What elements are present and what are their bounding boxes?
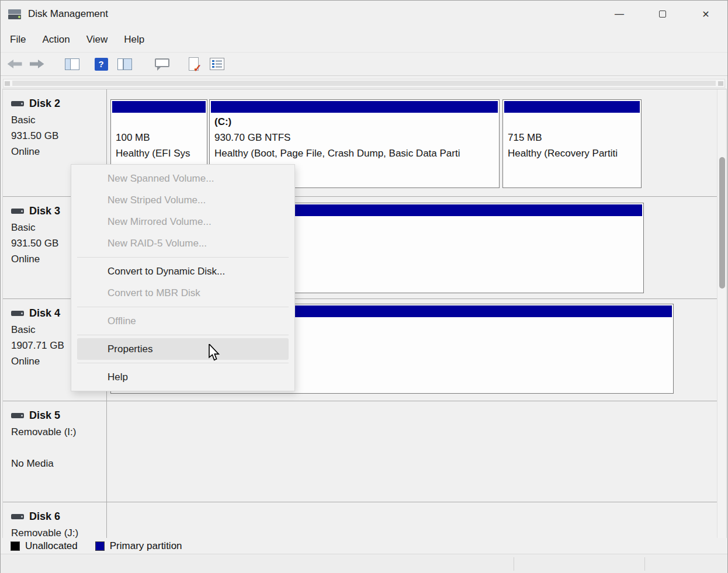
disk6-header[interactable]: Disk 6 Removable (J:) (3, 502, 107, 538)
properties-tool-button[interactable] (206, 54, 227, 74)
context-menu-separator (77, 335, 289, 335)
minimize-icon: — (615, 9, 624, 19)
legend-item-primary-partition: Primary partition (95, 540, 182, 552)
back-button[interactable] (4, 54, 25, 74)
scroll-right-arrow-icon[interactable] (718, 81, 723, 86)
disk-size: 931.50 GB (11, 128, 106, 144)
drive-icon (11, 514, 24, 519)
disk-row-disk5: Disk 5 Removable (I:) No Media (3, 401, 718, 502)
vertical-scroll-thumb[interactable] (719, 157, 725, 289)
context-menu-separator (77, 307, 289, 307)
disk-management-app-icon (8, 8, 22, 20)
close-button[interactable]: ✕ (684, 1, 727, 27)
context-menu-separator (77, 257, 289, 258)
disk-type: Basic (11, 112, 106, 128)
menu-bar: File Action View Help (1, 27, 727, 52)
partition-size: 100 MB (116, 130, 202, 145)
drive-icon (11, 413, 24, 418)
console-tree-icon (65, 58, 79, 70)
horizontal-scroll-thumb[interactable] (12, 81, 716, 86)
disk-name: Disk 2 (29, 98, 60, 110)
disk-row-disk6: Disk 6 Removable (J:) (3, 502, 718, 538)
disk-management-window: Disk Management — ✕ File Action View Hel… (0, 0, 728, 573)
context-menu-item-help[interactable]: Help (71, 366, 294, 388)
show-action-pane-button[interactable] (114, 54, 135, 74)
menu-view[interactable]: View (78, 27, 116, 52)
title-bar: Disk Management — ✕ (1, 1, 727, 27)
maximize-icon (659, 11, 666, 18)
window-title: Disk Management (28, 8, 108, 20)
partition-size: 715 MB (508, 130, 636, 145)
disk-context-menu: New Spanned Volume... New Striped Volume… (71, 164, 295, 391)
back-arrow-icon (8, 60, 22, 68)
menu-file[interactable]: File (2, 27, 34, 52)
drive-icon (11, 311, 24, 316)
disk-type: Removable (J:) (11, 525, 106, 538)
toolbar: ? ✓ (1, 52, 727, 76)
window-controls: — ✕ (598, 1, 727, 27)
properties-list-icon (210, 58, 224, 70)
partition-color-band (211, 101, 498, 113)
disk5-header[interactable]: Disk 5 Removable (I:) No Media (3, 401, 107, 502)
context-menu-separator (77, 363, 289, 363)
menu-action[interactable]: Action (34, 27, 78, 52)
horizontal-scrollbar[interactable] (3, 79, 725, 88)
document-check-icon: ✓ (189, 57, 199, 71)
check-disk-button[interactable]: ✓ (183, 54, 204, 74)
partition-health: Healthy (Recovery Partiti (508, 145, 636, 161)
partition-label: (C:) (214, 114, 494, 130)
context-menu-item-new-mirrored-volume: New Mirrored Volume... (71, 211, 294, 232)
partition-health: Healthy (EFI Sys (116, 145, 202, 161)
context-menu-item-new-striped-volume: New Striped Volume... (71, 189, 294, 211)
primary-partition-swatch (95, 541, 105, 551)
disk-name: Disk 4 (29, 307, 60, 320)
disk-status: No Media (11, 456, 106, 471)
disk-status: Online (11, 144, 106, 159)
context-menu-item-new-spanned-volume: New Spanned Volume... (71, 168, 294, 189)
mouse-cursor (208, 344, 221, 362)
disk-name: Disk 5 (29, 409, 60, 422)
menu-help[interactable]: Help (116, 27, 152, 52)
legend-bar: Unallocated Primary partition (2, 538, 727, 554)
partition-size: 930.70 GB NTFS (214, 130, 494, 145)
context-menu-item-convert-to-mbr-disk: Convert to MBR Disk (71, 282, 294, 304)
status-separator (514, 557, 514, 571)
forward-button[interactable] (26, 54, 47, 74)
disk-name: Disk 6 (29, 511, 60, 523)
forward-arrow-icon (30, 60, 44, 68)
partition-health: Healthy (Boot, Page File, Crash Dump, Ba… (214, 145, 494, 161)
disk-size (11, 440, 106, 456)
context-menu-item-new-raid5-volume: New RAID-5 Volume... (71, 232, 294, 254)
status-bar (1, 554, 727, 573)
show-console-tree-button[interactable] (61, 54, 82, 74)
partition-recovery[interactable]: 715 MB Healthy (Recovery Partiti (502, 99, 642, 188)
context-menu-item-convert-to-dynamic-disk[interactable]: Convert to Dynamic Disk... (71, 261, 294, 282)
drive-icon (11, 101, 24, 106)
partition-label (116, 114, 202, 130)
help-button[interactable]: ? (91, 54, 112, 74)
minimize-button[interactable]: — (598, 1, 641, 27)
legend-item-unallocated: Unallocated (11, 540, 78, 552)
unallocated-swatch (11, 541, 20, 551)
vertical-scrollbar[interactable] (717, 89, 726, 538)
status-separator (644, 557, 645, 571)
partition-label (508, 114, 636, 130)
action-menu-button[interactable] (151, 54, 172, 74)
context-menu-item-properties[interactable]: Properties (77, 338, 289, 360)
action-pane-icon (117, 58, 132, 70)
context-menu-item-offline: Offline (71, 310, 294, 332)
disk-type: Removable (I:) (11, 424, 106, 440)
close-icon: ✕ (702, 9, 709, 20)
help-icon: ? (95, 58, 108, 71)
legend-label: Unallocated (25, 540, 78, 552)
legend-label: Primary partition (110, 540, 182, 552)
partition-color-band (112, 101, 206, 113)
partition-color-band (504, 101, 640, 113)
scroll-left-arrow-icon[interactable] (5, 81, 10, 86)
disk-name: Disk 3 (29, 205, 60, 217)
drive-icon (11, 209, 24, 214)
maximize-button[interactable] (641, 1, 684, 27)
balloon-icon (155, 58, 169, 67)
